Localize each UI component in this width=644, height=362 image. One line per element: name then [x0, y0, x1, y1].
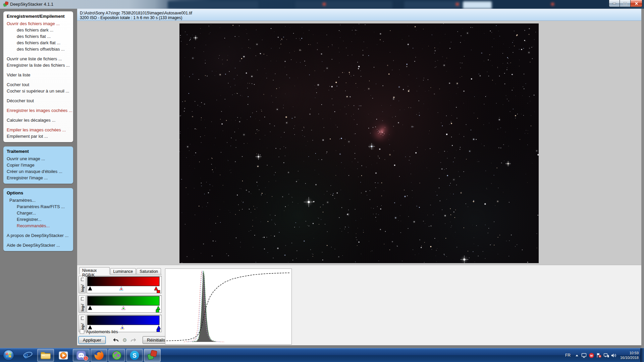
panel-title: Enregistrement/Empilement [3, 11, 73, 20]
sidebar-item[interactable]: Paramètres... [3, 197, 73, 203]
sidebar-item[interactable]: Enregistrer l'image ... [3, 175, 73, 181]
levels-buttons: Appliquer ⚙ Réinitialiser [78, 336, 174, 344]
background-close-blur [551, 3, 554, 6]
taskbar-app-ie[interactable]: e [19, 349, 36, 362]
sidebar-item[interactable]: des fichiers dark ... [3, 27, 73, 33]
show-desktop-button[interactable] [640, 348, 644, 362]
linked-adjustments-checkbox[interactable] [80, 329, 84, 334]
redo-icon[interactable] [129, 338, 138, 343]
sidebar-item[interactable]: Calculer les décalages ... [3, 117, 73, 123]
window-frame-right [641, 9, 644, 348]
image-canvas-area [77, 21, 641, 265]
sidebar-item[interactable]: Copier l'image [3, 162, 73, 168]
sidebar-item[interactable]: Enregistrer... [3, 216, 73, 223]
clock-time: 10:59 [620, 351, 639, 355]
taskbar-app-skype[interactable]: S [126, 349, 143, 362]
background-close-blur [456, 3, 459, 6]
display-settings-icon[interactable] [581, 353, 588, 358]
app-icon [3, 1, 9, 7]
explorer-icon [40, 351, 51, 360]
green-channel-row: log√ [78, 295, 162, 313]
background-close-blur [323, 3, 326, 6]
taskbar-apps: e1S [19, 349, 162, 362]
sidebar-item[interactable]: Ouvrir une liste de fichiers ... [3, 56, 73, 62]
minimize-button[interactable] [609, 0, 620, 7]
sidebar-item[interactable]: Empilement par lot ... [3, 133, 73, 139]
background-window-blur [168, 1, 258, 9]
taskbar-app-explorer[interactable] [37, 349, 54, 362]
image-info-bar: D:\Astro\Sony A7s\ngc 7538\20181015\imag… [77, 10, 641, 21]
svg-text:e: e [24, 350, 28, 360]
green-log-scale-toggle[interactable]: log√ [78, 295, 86, 313]
sidebar-item[interactable]: Recommandés... [3, 223, 73, 229]
sidebar-item[interactable]: Décocher tout [3, 98, 73, 104]
language-indicator[interactable]: FR [562, 353, 573, 358]
sidebar-item[interactable]: des fichiers offset/bias ... [3, 46, 73, 52]
red-level-slider[interactable] [87, 276, 162, 293]
sidebar-item[interactable]: des fichiers flat ... [3, 33, 73, 40]
tray-clock[interactable]: 10:59 16/10/2018 [620, 351, 639, 360]
sidebar-item[interactable]: Aide de DeepSkyStacker ... [3, 242, 73, 248]
network-icon[interactable] [603, 353, 610, 358]
background-tab-blur [463, 1, 492, 9]
svg-text:log√: log√ [80, 284, 85, 292]
sidebar-item[interactable]: Créer un masque d'étoiles ... [3, 168, 73, 175]
panel-title: Options [3, 188, 73, 197]
taskbar-app-discord[interactable]: 1 [73, 349, 90, 362]
apply-button[interactable]: Appliquer [78, 336, 106, 344]
taskbar-app-dss[interactable] [144, 349, 161, 362]
image-exposure-info: 3200 ISO - Exposition totale : 1 h 6 mn … [80, 15, 641, 20]
levels-tabstrip: Niveaux RGB/KLuminanceSaturation [79, 268, 162, 275]
linked-adjustments-row: Ajustements liés [80, 329, 118, 334]
sidebar-panel-enregistrement-empilement: Enregistrement/EmpilementOuvrir des fich… [3, 11, 73, 142]
show-hidden-icons-chevron[interactable] [573, 354, 581, 357]
svg-text:M: M [590, 354, 593, 357]
undo-icon[interactable] [112, 338, 120, 343]
window-controls [609, 0, 642, 7]
red-channel-row: log√ [78, 276, 162, 293]
close-button[interactable] [630, 0, 642, 7]
firefox-icon [94, 350, 104, 360]
action-center-flag-icon[interactable] [595, 353, 603, 358]
taskbar-app-firefox[interactable] [91, 349, 107, 362]
sidebar-item[interactable]: Ouvrir une image ... [3, 156, 73, 162]
histogram-panel [165, 268, 292, 345]
sidebar-panel-traitement: TraitementOuvrir une image ...Copier l'i… [3, 146, 73, 184]
sidebar-item[interactable]: A propos de DeepSkyStacker ... [3, 232, 73, 239]
panel-title: Traitement [3, 146, 73, 156]
svg-text:S: S [132, 352, 137, 359]
green-level-slider[interactable] [87, 295, 162, 313]
tab-saturation[interactable]: Saturation [137, 268, 161, 274]
taskbar-app-wmp[interactable] [55, 349, 72, 362]
tab-luminance[interactable]: Luminance [110, 268, 136, 274]
stacked-astrophoto [179, 23, 539, 263]
image-path: D:\Astro\Sony A7s\ngc 7538\20181015\imag… [80, 11, 641, 15]
tab-niveaux-rgb-k[interactable]: Niveaux RGB/K [79, 267, 110, 274]
sidebar-item[interactable]: Charger... [3, 210, 73, 216]
taskbar-app-globe[interactable] [108, 349, 125, 362]
background-window-blur [404, 1, 461, 9]
sidebar-item[interactable]: Enregistrer les images cochées ... [3, 107, 73, 114]
settings-gear-icon[interactable]: ⚙ [120, 337, 129, 343]
start-button[interactable] [3, 349, 14, 361]
sidebar-item[interactable]: Ouvrir des fichiers image ... [3, 20, 73, 27]
taskbar: e1S FR M 10:59 16/10/2018 [0, 348, 644, 362]
mega-sync-icon[interactable]: M [588, 353, 595, 358]
sidebar-item[interactable]: des fichiers dark flat ... [3, 40, 73, 46]
system-tray: FR M 10:59 16/10/2018 [562, 348, 639, 362]
sidebar-item[interactable]: Empiler les images cochées ... [3, 127, 73, 133]
sidebar-item[interactable]: Enregistrer la liste des fichiers ... [3, 62, 73, 68]
sidebar-item[interactable]: Vider la liste [3, 72, 73, 78]
skype-icon: S [129, 350, 140, 360]
globe-icon [112, 350, 122, 360]
sidebar-panel-options: OptionsParamètres...Paramètres Raw/FITS … [3, 188, 73, 251]
sidebar: Enregistrement/EmpilementOuvrir des fich… [0, 9, 77, 348]
clock-date: 16/10/2018 [620, 355, 639, 360]
maximize-button[interactable] [620, 0, 630, 7]
sidebar-item[interactable]: Paramètres Raw/FITS ... [3, 203, 73, 210]
sidebar-item[interactable]: Cocher si supérieur à un seuil ... [3, 88, 73, 94]
volume-icon[interactable] [610, 353, 618, 358]
notification-badge: 1 [84, 356, 88, 361]
red-log-scale-toggle[interactable]: log√ [78, 276, 86, 293]
sidebar-item[interactable]: Cocher tout [3, 81, 73, 88]
